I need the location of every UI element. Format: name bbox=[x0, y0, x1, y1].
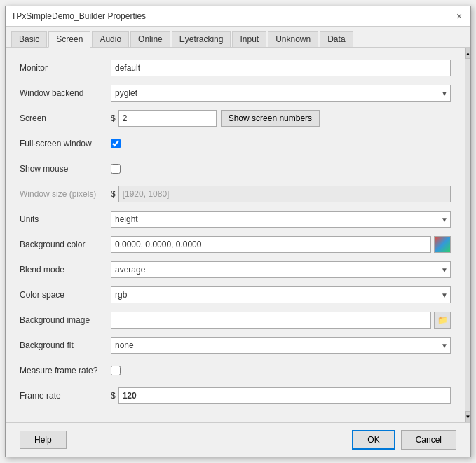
units-control: height norm pix cm deg ▼ bbox=[111, 211, 451, 228]
tab-eyetracking[interactable]: Eyetracking bbox=[172, 31, 231, 47]
footer-right-buttons: OK Cancel bbox=[352, 430, 456, 450]
bg-fit-row: Background fit none fill contain cover s… bbox=[20, 336, 451, 354]
screen-dollar-sign: $ bbox=[111, 113, 116, 123]
measure-framerate-label: Measure frame rate? bbox=[20, 366, 111, 375]
cancel-button[interactable]: Cancel bbox=[401, 430, 456, 450]
color-picker-button[interactable] bbox=[434, 236, 451, 253]
window-backend-label: Window backend bbox=[20, 88, 111, 98]
tab-bar: Basic Screen Audio Online Eyetracking In… bbox=[6, 27, 470, 48]
color-space-select[interactable]: rgb dkl lms hsv bbox=[111, 286, 451, 303]
screen-input-wrapper: Show screen numbers bbox=[118, 110, 451, 127]
screen-label: Screen bbox=[20, 113, 111, 123]
tab-unknown[interactable]: Unknown bbox=[268, 31, 318, 47]
monitor-row: Monitor bbox=[20, 59, 451, 77]
scroll-up-button[interactable]: ▲ bbox=[465, 48, 470, 59]
content-area: Monitor Window backend pyglet pygame glf… bbox=[6, 48, 465, 422]
show-mouse-control bbox=[111, 164, 451, 174]
bg-color-label: Background color bbox=[20, 240, 111, 249]
blend-mode-select[interactable]: average add bbox=[111, 261, 451, 278]
window-size-control: $ bbox=[111, 186, 451, 202]
window-size-dollar-sign: $ bbox=[111, 189, 116, 199]
bg-color-control bbox=[111, 236, 451, 253]
bg-fit-select-wrapper: none fill contain cover scale-down ▼ bbox=[111, 337, 451, 354]
show-mouse-label: Show mouse bbox=[20, 164, 111, 174]
window-backend-select[interactable]: pyglet pygame glfw bbox=[111, 85, 451, 102]
fullscreen-label: Full-screen window bbox=[20, 139, 111, 148]
frame-rate-label: Frame rate bbox=[20, 391, 111, 401]
tab-data[interactable]: Data bbox=[320, 31, 353, 47]
footer: Help OK Cancel bbox=[6, 422, 470, 457]
window-size-label: Window size (pixels) bbox=[20, 189, 111, 199]
blend-mode-label: Blend mode bbox=[20, 265, 111, 275]
fullscreen-row: Full-screen window bbox=[20, 134, 451, 153]
bg-image-row: Background image 📁 bbox=[20, 311, 451, 329]
bg-fit-select[interactable]: none fill contain cover scale-down bbox=[111, 337, 451, 354]
blend-mode-row: Blend mode average add ▼ bbox=[20, 261, 451, 279]
bg-image-label: Background image bbox=[20, 315, 111, 325]
tab-screen[interactable]: Screen bbox=[48, 31, 90, 48]
units-select[interactable]: height norm pix cm deg bbox=[111, 211, 451, 228]
color-space-row: Color space rgb dkl lms hsv ▼ bbox=[20, 286, 451, 304]
show-screen-numbers-button[interactable]: Show screen numbers bbox=[221, 110, 320, 127]
window-backend-select-wrapper: pyglet pygame glfw ▼ bbox=[111, 85, 451, 102]
window-backend-control: pyglet pygame glfw ▼ bbox=[111, 85, 451, 102]
color-space-select-wrapper: rgb dkl lms hsv ▼ bbox=[111, 286, 451, 303]
bg-color-row: Background color bbox=[20, 235, 451, 254]
tab-input[interactable]: Input bbox=[232, 31, 266, 47]
window-backend-row: Window backend pyglet pygame glfw ▼ bbox=[20, 84, 451, 102]
screen-row: Screen $ Show screen numbers bbox=[20, 109, 451, 127]
right-scrollbar[interactable]: ▲ ▼ bbox=[465, 48, 470, 422]
tab-basic[interactable]: Basic bbox=[11, 31, 47, 47]
properties-window: TPxSimpleDemo_Builder Properties × Basic… bbox=[5, 6, 471, 457]
color-space-label: Color space bbox=[20, 290, 111, 300]
fullscreen-checkbox[interactable] bbox=[111, 139, 121, 148]
measure-framerate-row: Measure frame rate? bbox=[20, 361, 451, 380]
tab-online[interactable]: Online bbox=[130, 31, 170, 47]
screen-input[interactable] bbox=[118, 110, 217, 127]
units-select-wrapper: height norm pix cm deg ▼ bbox=[111, 211, 451, 228]
monitor-label: Monitor bbox=[20, 63, 111, 73]
frame-rate-input[interactable] bbox=[118, 387, 451, 404]
bg-image-input[interactable] bbox=[111, 312, 431, 329]
help-button[interactable]: Help bbox=[20, 431, 67, 449]
blend-mode-select-wrapper: average add ▼ bbox=[111, 261, 451, 278]
folder-browse-button[interactable]: 📁 bbox=[434, 312, 451, 329]
measure-framerate-checkbox[interactable] bbox=[111, 366, 121, 375]
measure-framerate-control bbox=[111, 366, 451, 375]
window-title: TPxSimpleDemo_Builder Properties bbox=[11, 11, 146, 21]
window-size-input bbox=[118, 186, 451, 202]
scroll-down-button[interactable]: ▼ bbox=[465, 411, 470, 422]
close-button[interactable]: × bbox=[454, 11, 465, 22]
window-size-row: Window size (pixels) $ bbox=[20, 185, 451, 203]
show-mouse-checkbox[interactable] bbox=[111, 164, 121, 174]
folder-icon: 📁 bbox=[437, 315, 448, 325]
bg-color-input[interactable] bbox=[111, 236, 431, 253]
frame-rate-control: $ bbox=[111, 387, 451, 404]
frame-rate-dollar-sign: $ bbox=[111, 391, 116, 401]
tab-audio[interactable]: Audio bbox=[92, 31, 129, 47]
fullscreen-control bbox=[111, 139, 451, 148]
ok-button[interactable]: OK bbox=[352, 430, 395, 450]
bg-fit-control: none fill contain cover scale-down ▼ bbox=[111, 337, 451, 354]
units-row: Units height norm pix cm deg ▼ bbox=[20, 210, 451, 228]
monitor-input[interactable] bbox=[111, 60, 451, 76]
color-space-control: rgb dkl lms hsv ▼ bbox=[111, 286, 451, 303]
show-mouse-row: Show mouse bbox=[20, 160, 451, 178]
title-bar: TPxSimpleDemo_Builder Properties × bbox=[6, 6, 470, 27]
screen-control: $ Show screen numbers bbox=[111, 110, 451, 127]
units-label: Units bbox=[20, 214, 111, 224]
blend-mode-control: average add ▼ bbox=[111, 261, 451, 278]
main-area: Monitor Window backend pyglet pygame glf… bbox=[6, 48, 470, 422]
bg-fit-label: Background fit bbox=[20, 340, 111, 350]
monitor-control bbox=[111, 60, 451, 76]
frame-rate-row: Frame rate $ bbox=[20, 387, 451, 405]
bg-image-control: 📁 bbox=[111, 312, 451, 329]
